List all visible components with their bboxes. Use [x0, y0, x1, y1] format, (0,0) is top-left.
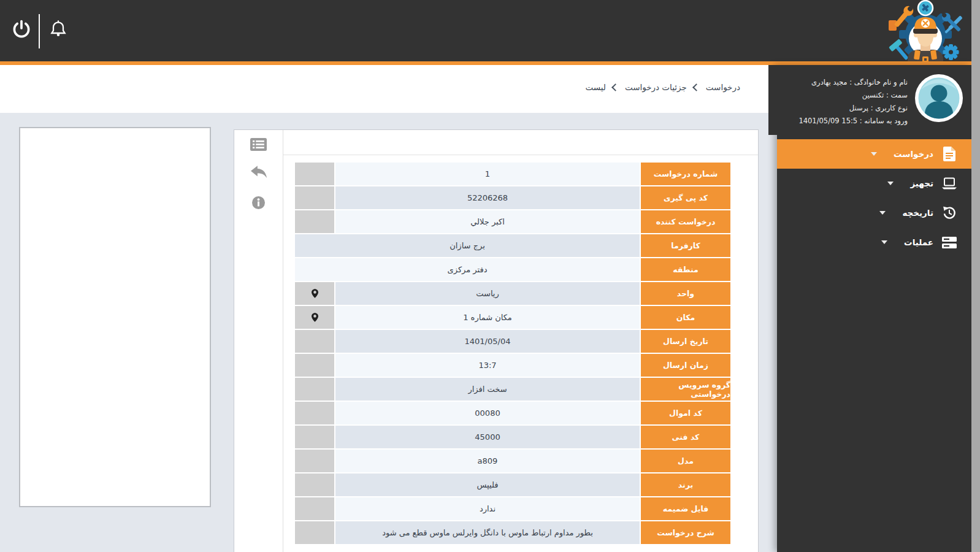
row-value: سخت افزار — [335, 378, 640, 401]
row-label: مدل — [641, 450, 730, 472]
row-value: اکبر جلالي — [335, 210, 640, 233]
breadcrumb-separator-icon — [692, 83, 700, 91]
table-row: گروه سرویس درخواستیسخت افزار — [295, 378, 730, 401]
row-value: دفتر مرکزی — [295, 258, 640, 281]
row-gray-cell — [295, 354, 334, 377]
chevron-down-icon — [871, 152, 877, 156]
request-details-card: شماره درخواست1کد پی گیری52206268درخواست … — [234, 129, 759, 552]
sidebar-item-history[interactable]: تاریخچه — [777, 198, 971, 228]
info-icon — [252, 196, 265, 212]
back-button[interactable] — [234, 163, 283, 184]
sidebar-item-equipment[interactable]: تجهیز — [777, 169, 971, 198]
table-row: کد فنی45000 — [295, 426, 730, 448]
list-details-button[interactable] — [234, 135, 283, 156]
details-table: شماره درخواست1کد پی گیری52206268درخواست … — [283, 155, 758, 552]
history-icon — [942, 206, 957, 220]
mascot-illustration — [887, 0, 970, 61]
chevron-down-icon — [879, 211, 886, 215]
user-login-time: ورود به سامانه : 15:5 1401/05/09 — [798, 115, 908, 128]
notifications-button[interactable] — [44, 16, 72, 45]
row-label: کد پی گیری — [641, 186, 730, 209]
row-value: 1401/05/04 — [335, 330, 640, 353]
user-type: نوع کاربری : پرسنل — [798, 102, 908, 115]
row-label: کد فنی — [641, 426, 730, 448]
row-value: 52206268 — [335, 186, 640, 209]
sidebar — [777, 65, 971, 552]
breadcrumb-separator-icon — [611, 83, 619, 91]
card-header — [283, 130, 758, 155]
breadcrumb: درخواستجزئیات درخواستلیست — [585, 82, 740, 92]
table-row: درخواست کنندهاکبر جلالي — [295, 210, 730, 233]
table-row: شماره درخواست1 — [295, 163, 730, 185]
row-value: مکان شماره 1 — [335, 306, 640, 329]
sidebar-item-request[interactable]: درخواست — [777, 139, 974, 169]
scrollbar[interactable] — [971, 0, 980, 552]
location-pin-icon — [312, 313, 318, 322]
row-gray-cell — [295, 473, 334, 496]
table-row: کد اموال00080 — [295, 402, 730, 424]
topbar — [0, 0, 980, 61]
row-gray-cell — [295, 186, 334, 209]
row-gray-cell — [295, 426, 334, 448]
bell-icon — [48, 19, 68, 42]
row-gray-cell-with-pin — [295, 306, 334, 329]
sidebar-item-label: عملیات — [904, 237, 933, 247]
table-row: شرح درخواستبطور مداوم ارتباط ماوس با دان… — [295, 521, 730, 544]
row-gray-cell — [295, 521, 334, 544]
user-panel: نام و نام خانوادگی : مجید بهادری سمت : ت… — [768, 65, 971, 135]
table-row: برندفلیپس — [295, 473, 730, 496]
sidebar-item-operations[interactable]: عملیات — [777, 228, 971, 257]
row-label: زمان ارسال — [641, 354, 730, 377]
row-value: 1 — [335, 163, 640, 185]
row-label: گروه سرویس درخواستی — [641, 378, 730, 401]
location-pin-icon — [312, 289, 318, 298]
table-row: مدلa809 — [295, 450, 730, 472]
side-panel — [19, 127, 211, 507]
breadcrumb-item[interactable]: درخواست — [706, 82, 740, 92]
row-gray-cell — [295, 402, 334, 424]
equipment-laptop-icon — [942, 177, 957, 190]
row-value: 13:7 — [335, 354, 640, 377]
row-value: ریاست — [335, 282, 640, 305]
power-icon — [11, 18, 32, 43]
row-value: 45000 — [335, 426, 640, 448]
breadcrumb-item[interactable]: جزئیات درخواست — [625, 82, 687, 92]
info-button[interactable] — [234, 193, 283, 214]
row-gray-cell — [295, 497, 334, 520]
row-label: شماره درخواست — [641, 163, 730, 185]
topbar-divider — [39, 14, 40, 48]
sidebar-item-label: تجهیز — [910, 178, 933, 188]
table-row: زمان ارسال13:7 — [295, 354, 730, 377]
card-toolbar — [234, 130, 283, 552]
sidebar-menu: درخواست تجهیز تاریخچه — [777, 139, 971, 257]
row-label: کارفرما — [641, 234, 730, 257]
table-row: منطقهدفتر مرکزی — [295, 258, 730, 281]
chevron-down-icon — [881, 240, 887, 244]
table-row: کارفرمابرج سازان — [295, 234, 730, 257]
avatar — [915, 74, 963, 122]
table-row: کد پی گیری52206268 — [295, 186, 730, 209]
row-label: واحد — [641, 282, 730, 305]
row-gray-cell — [295, 450, 334, 472]
operations-icon — [942, 237, 957, 248]
row-gray-cell — [295, 210, 334, 233]
row-value: ندارد — [335, 497, 640, 520]
row-gray-cell-with-pin — [295, 282, 334, 305]
chevron-down-icon — [887, 182, 894, 185]
request-document-icon — [942, 147, 957, 161]
row-gray-cell — [295, 163, 334, 185]
row-label: منطقه — [641, 258, 730, 281]
row-gray-cell — [295, 330, 334, 353]
sidebar-item-label: تاریخچه — [902, 208, 933, 218]
back-arrow-icon — [251, 166, 267, 182]
row-label: کد اموال — [641, 402, 730, 424]
list-details-icon — [250, 138, 267, 153]
user-full-name: نام و نام خانوادگی : مجید بهادری — [798, 76, 908, 89]
power-button[interactable] — [7, 16, 36, 45]
row-label: شرح درخواست — [641, 521, 730, 544]
breadcrumb-item[interactable]: لیست — [585, 82, 606, 92]
row-label: مکان — [641, 306, 730, 329]
row-label: برند — [641, 473, 730, 496]
sidebar-item-label: درخواست — [894, 149, 933, 159]
table-row: واحدریاست — [295, 282, 730, 305]
